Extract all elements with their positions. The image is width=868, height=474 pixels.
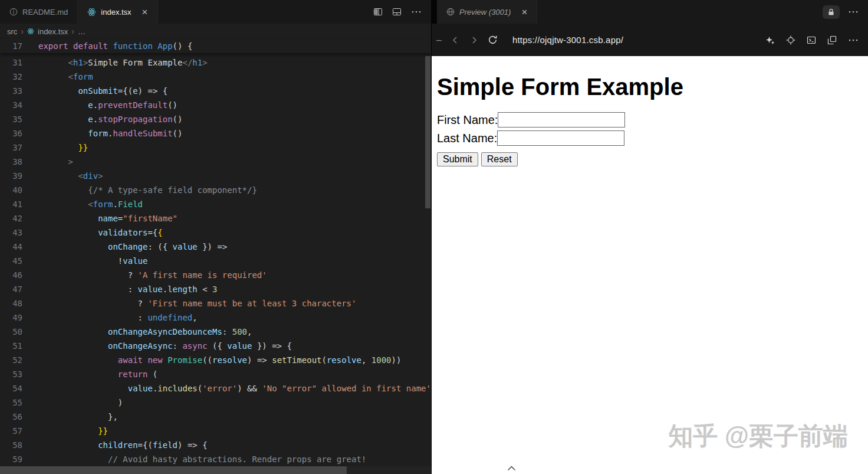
code-line: 40 {/* A type-safe field component*/}	[0, 183, 431, 197]
info-icon	[9, 8, 18, 16]
devtools-chevron-up-icon[interactable]	[507, 463, 516, 473]
tab-bar: README.md index.tsx × ⋯	[0, 0, 868, 24]
line-number: 35	[0, 112, 22, 126]
code-line: 51 onChangeAsync: async ({ value }) => {	[0, 339, 431, 353]
breadcrumb-item-symbol[interactable]: …	[78, 27, 86, 36]
tab-preview[interactable]: Preview (3001) ×	[437, 0, 537, 24]
code-line: 52 await new Promise((resolve) => setTim…	[0, 353, 431, 367]
line-number: 54	[0, 381, 22, 395]
code-line: 38 >	[0, 155, 431, 169]
forward-icon[interactable]	[466, 35, 482, 45]
code-line: 48 ? 'First name must be at least 3 char…	[0, 296, 431, 310]
preview-page: Simple Form Example First Name: Last Nam…	[432, 56, 868, 474]
code-line: 32 <form	[0, 70, 431, 84]
code-line: 17export default function App() {	[0, 39, 431, 53]
sparkle-icon[interactable]	[765, 35, 775, 45]
line-number: 32	[0, 70, 22, 84]
last-name-input[interactable]	[497, 130, 624, 146]
scrollbar-thumb[interactable]	[0, 466, 347, 474]
reset-button[interactable]: Reset	[481, 152, 518, 166]
console-icon[interactable]	[807, 35, 816, 45]
line-number: 50	[0, 325, 22, 339]
chevron-right-icon: ›	[71, 27, 74, 36]
tab-label: Preview (3001)	[459, 8, 511, 17]
submit-button[interactable]: Submit	[437, 152, 478, 166]
tab-index-tsx[interactable]: index.tsx ×	[78, 0, 157, 24]
line-number: 34	[0, 98, 22, 112]
code-line: 50 onChangeAsyncDebounceMs: 500,	[0, 325, 431, 339]
browser-actions: ⋯	[765, 35, 859, 45]
browser-toolbar: – https://ojqjtw-3001.csb.app/	[432, 24, 868, 56]
form-buttons: Submit Reset	[437, 152, 868, 166]
tab-label: README.md	[22, 8, 68, 17]
codesandbox-window: README.md index.tsx × ⋯	[0, 0, 868, 474]
react-icon	[27, 28, 34, 35]
line-number: 45	[0, 254, 22, 268]
code-line: 53 return (	[0, 367, 431, 381]
code-lines[interactable]: 31 <h1>Simple Form Example</h1>32 <form3…	[0, 53, 431, 474]
ellipsis-icon[interactable]: ⋯	[411, 6, 422, 17]
line-number: 51	[0, 339, 22, 353]
ellipsis-icon[interactable]: ⋯	[848, 35, 859, 45]
vertical-scrollbar[interactable]	[425, 56, 430, 208]
line-number: 48	[0, 296, 22, 310]
watermark: 知乎 @栗子前端	[668, 420, 848, 453]
reload-icon[interactable]	[485, 35, 501, 45]
chevron-right-icon: ›	[21, 27, 24, 36]
code-line: 46 ? 'A first name is required'	[0, 268, 431, 282]
editor-tab-strip: README.md index.tsx × ⋯	[0, 0, 431, 24]
first-name-row: First Name:	[437, 112, 868, 128]
code-line: 44 onChange: ({ value }) =>	[0, 240, 431, 254]
split-editor-icon[interactable]	[373, 7, 383, 17]
react-icon	[87, 8, 96, 17]
url-bar[interactable]: https://ojqjtw-3001.csb.app/	[512, 35, 623, 45]
preview-pane: – https://ojqjtw-3001.csb.app/	[431, 24, 868, 474]
code-line: 36 form.handleSubmit()	[0, 126, 431, 140]
preview-tab-strip: Preview (3001) × ⋯	[437, 0, 868, 24]
horizontal-scrollbar[interactable]	[0, 466, 431, 474]
lock-icon[interactable]	[823, 5, 840, 19]
open-new-window-icon[interactable]	[827, 35, 837, 45]
line-number: 36	[0, 126, 22, 140]
layout-icon[interactable]	[392, 7, 402, 17]
line-number: 55	[0, 395, 22, 410]
line-number: 37	[0, 140, 22, 155]
line-number: 17	[0, 39, 22, 53]
last-name-row: Last Name:	[437, 130, 868, 146]
close-icon[interactable]: ×	[142, 7, 148, 17]
code-line: 39 <div>	[0, 169, 431, 183]
back-icon[interactable]	[448, 35, 463, 45]
line-number: 42	[0, 211, 22, 225]
code-line: 34 e.preventDefault()	[0, 98, 431, 112]
line-number: 40	[0, 183, 22, 197]
breadcrumb-item-src[interactable]: src	[7, 27, 17, 36]
line-number: 46	[0, 268, 22, 282]
close-icon[interactable]: ×	[521, 7, 527, 17]
line-number: 53	[0, 367, 22, 381]
first-name-label: First Name:	[437, 113, 498, 127]
line-number: 52	[0, 353, 22, 367]
code-line: 57 }}	[0, 424, 431, 438]
line-number: 38	[0, 155, 22, 169]
line-number: 33	[0, 84, 22, 98]
code-line: 56 },	[0, 410, 431, 424]
sticky-scroll-line[interactable]: 17export default function App() {	[0, 39, 431, 53]
code-editor[interactable]: src › index.tsx › … 17export default fun…	[0, 24, 431, 474]
tab-readme[interactable]: README.md	[0, 0, 78, 24]
editor-actions: ⋯	[373, 0, 431, 24]
code-line: 58 children={(field) => {	[0, 438, 431, 452]
inspect-crosshair-icon[interactable]	[786, 35, 795, 45]
line-number: 57	[0, 424, 22, 438]
ellipsis-icon[interactable]: ⋯	[848, 6, 859, 17]
code-line: 45 !value	[0, 254, 431, 268]
line-number: 47	[0, 282, 22, 296]
code-line: 47 : value.length < 3	[0, 282, 431, 296]
line-number: 59	[0, 452, 22, 466]
line-number: 31	[0, 55, 22, 70]
breadcrumb-item-file[interactable]: index.tsx	[38, 27, 68, 36]
code-line: 55 )	[0, 395, 431, 410]
first-name-input[interactable]	[498, 112, 625, 128]
code-line: 54 value.includes('error') && 'No "error…	[0, 381, 431, 395]
drag-handle-icon[interactable]: –	[436, 35, 442, 45]
tab-label: index.tsx	[101, 8, 131, 17]
